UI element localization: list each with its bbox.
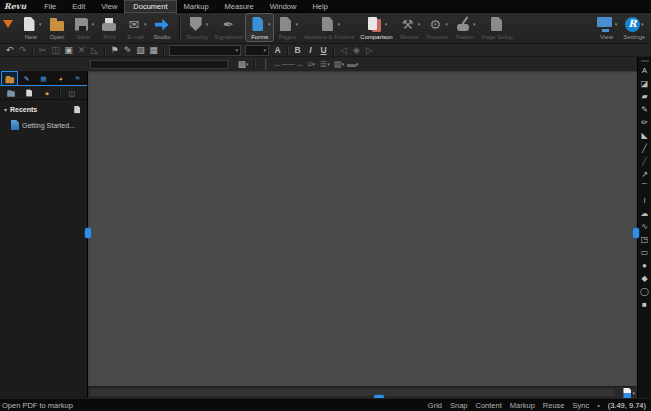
delete-button[interactable]: ✕ <box>75 44 88 56</box>
process-button[interactable]: ⚙ ▾ Process <box>423 14 451 41</box>
toggle-content[interactable]: Content <box>476 401 502 410</box>
new-button[interactable]: ▾ New <box>17 14 45 41</box>
collapse-caret-icon[interactable]: ▾ <box>4 106 7 113</box>
tab-bookmarks[interactable]: ⚑ <box>70 72 85 85</box>
lasso-select-button[interactable]: ◺ <box>88 44 101 56</box>
panel-file-button[interactable] <box>21 87 37 99</box>
forms-button[interactable]: ▾ Forms <box>246 14 274 41</box>
toolbar-drag-handle[interactable] <box>641 60 649 62</box>
toggle-sync[interactable]: Sync <box>573 401 590 410</box>
tool-note[interactable]: ◪ <box>638 77 651 90</box>
tool-pen[interactable]: ✎ <box>638 103 651 116</box>
open-button[interactable]: Open <box>45 14 70 41</box>
fill-style-button[interactable]: ▩ ▾ <box>236 58 250 71</box>
tool-marker[interactable]: ✏ <box>638 116 651 129</box>
signatures-button[interactable]: ✒ Signatures <box>211 14 246 41</box>
page-navigation-button[interactable]: ▾ <box>623 388 635 398</box>
markup-properties-field[interactable] <box>90 60 228 69</box>
horizontal-scrollbar[interactable] <box>90 389 615 396</box>
menu-measure[interactable]: Measure <box>217 1 262 12</box>
bold-button[interactable]: B <box>291 44 304 56</box>
tab-file-access[interactable] <box>2 72 17 85</box>
toggle-reuse[interactable]: Reuse <box>543 401 565 410</box>
settings-button[interactable]: R ▾ Settings <box>620 14 648 41</box>
comparison-button[interactable]: ▾ Comparison <box>357 14 395 41</box>
tool-ellipse[interactable]: ● <box>638 259 651 272</box>
hatch-pattern-button[interactable]: ≣ ▾ <box>318 58 332 71</box>
highlight-fill-button[interactable]: ▬ ▾ <box>346 58 360 71</box>
tool-circle[interactable]: ◯ <box>638 285 651 298</box>
view-button[interactable]: ▾ View <box>593 14 621 41</box>
paste-button[interactable]: ▣ <box>62 44 75 56</box>
line-endpoints-button[interactable]: ←──→ <box>273 58 304 71</box>
tool-curve[interactable]: ≀ <box>638 194 651 207</box>
line-weight-button[interactable]: │ <box>259 58 273 71</box>
recents-group-row[interactable]: ▾ Recents <box>0 100 87 118</box>
pages-button[interactable]: ▾ Pages <box>273 14 301 41</box>
headers-footers-button[interactable]: ▾ Headers & Footers <box>301 14 357 41</box>
document-canvas[interactable] <box>88 71 637 386</box>
tool-eraser[interactable]: ◣ <box>638 129 651 142</box>
menu-view[interactable]: View <box>93 1 125 12</box>
flag-button[interactable]: ⚑ <box>108 44 121 56</box>
menu-markup[interactable]: Markup <box>176 1 217 12</box>
recent-file-item[interactable]: Getting Started... <box>0 118 87 132</box>
table-button[interactable]: ▦ <box>147 44 160 56</box>
tool-dashed-line[interactable]: ╱ <box>638 155 651 168</box>
font-size-select[interactable]: ▾ <box>245 45 269 56</box>
align-right-button[interactable]: ▷ <box>363 44 376 56</box>
tool-polyline[interactable]: ∿ <box>638 220 651 233</box>
panel-stack-button[interactable]: ◫ <box>64 87 80 99</box>
toggle-grid[interactable]: Grid <box>428 401 442 410</box>
menu-edit[interactable]: Edit <box>64 1 93 12</box>
line-style-button[interactable]: ≡ ▾ <box>304 58 318 71</box>
save-button[interactable]: ▾ Save <box>70 14 98 41</box>
tab-markups[interactable]: ✎ <box>19 72 34 85</box>
toolbar-flame-icon[interactable] <box>3 20 13 28</box>
panel-folder-button[interactable] <box>3 87 19 99</box>
recent-list-icon[interactable] <box>73 106 81 113</box>
opacity-button[interactable]: ▦ ▾ <box>332 58 346 71</box>
font-color-button[interactable]: A <box>271 44 284 56</box>
redo-button[interactable]: ↷ <box>16 44 29 56</box>
tool-text[interactable]: A <box>638 64 651 77</box>
tool-highlight[interactable]: ▰ <box>638 90 651 103</box>
security-button[interactable]: ▾ Security <box>184 14 212 41</box>
toggle-markup[interactable]: Markup <box>510 401 535 410</box>
studio-button[interactable]: Studio <box>150 14 175 41</box>
menu-window[interactable]: Window <box>262 1 305 12</box>
page-setup-button[interactable]: Page Setup <box>478 14 515 41</box>
tool-square[interactable]: ■ <box>638 298 651 311</box>
tab-sets[interactable]: ◕ <box>53 72 68 85</box>
flatten-button[interactable]: ▾ Flatten <box>451 14 479 41</box>
align-left-button[interactable]: ◁ <box>337 44 350 56</box>
print-button[interactable]: Print <box>97 14 122 41</box>
tool-callout[interactable]: ◳ <box>638 233 651 246</box>
menu-help[interactable]: Help <box>304 1 335 12</box>
tool-rectangle[interactable]: ▭ <box>638 246 651 259</box>
copy-button[interactable]: ◫ <box>49 44 62 56</box>
toggle-snap[interactable]: Snap <box>450 401 468 410</box>
pen-edit-button[interactable]: ✎ <box>121 44 134 56</box>
panel-pin-button[interactable]: ● <box>39 87 55 99</box>
undo-button[interactable]: ↶ <box>3 44 16 56</box>
align-center-button[interactable]: ◈ <box>350 44 363 56</box>
snapshot-button[interactable]: ▧ <box>134 44 147 56</box>
left-splitter-handle[interactable] <box>85 228 91 238</box>
tool-line[interactable]: ╱ <box>638 142 651 155</box>
tool-arrow[interactable]: ↗ <box>638 168 651 181</box>
menu-file[interactable]: File <box>36 1 64 12</box>
email-button[interactable]: ✉ ▾ E-mail <box>122 14 150 41</box>
tab-thumbnails[interactable]: ▦ <box>36 72 51 85</box>
font-family-select[interactable]: ▾ <box>169 45 241 56</box>
menu-document[interactable]: Document <box>125 1 175 12</box>
status-dot-icon[interactable]: • <box>597 402 599 409</box>
tool-arc[interactable]: ⌒ <box>638 181 651 194</box>
right-splitter-handle[interactable] <box>633 228 639 238</box>
italic-button[interactable]: I <box>304 44 317 56</box>
tool-polygon[interactable]: ◆ <box>638 272 651 285</box>
cut-button[interactable]: ✂ <box>36 44 49 56</box>
tool-cloud[interactable]: ☁ <box>638 207 651 220</box>
underline-button[interactable]: U <box>317 44 330 56</box>
revise-button[interactable]: ⚒ ▾ Revise <box>396 14 424 41</box>
